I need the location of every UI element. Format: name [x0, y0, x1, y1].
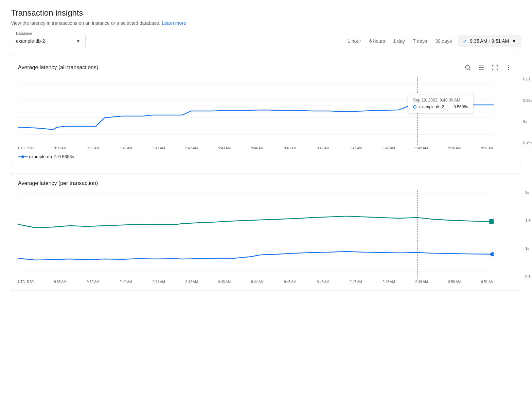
- chart1-title: Average latency (all transactions): [18, 64, 98, 71]
- svg-point-5: [508, 65, 509, 66]
- tooltip-series: example-db-2: [419, 105, 444, 109]
- x-label: 9:42 AM: [185, 146, 198, 150]
- learn-more-link[interactable]: Learn more: [162, 20, 186, 26]
- page-subtitle: View the latency in transactions on an i…: [11, 20, 521, 26]
- tooltip-row: example-db-2 0.5608s: [413, 105, 468, 109]
- tooltip-date: Sep 29, 2022, 9:48:00 AM: [413, 98, 468, 102]
- x-label: 9:40 AM: [120, 280, 132, 284]
- y-label: 0.5s: [525, 275, 532, 279]
- page-title: Transaction insights: [11, 8, 521, 18]
- x-label: 9:51 AM: [481, 280, 494, 284]
- chart1-x-labels: UTC+5:30 9:38 AM 9:39 AM 9:40 AM 9:41 AM…: [18, 146, 494, 150]
- chart1-icons: [462, 62, 514, 73]
- x-label: 9:39 AM: [87, 280, 100, 284]
- y-label: 0.6s: [523, 77, 532, 81]
- time-1day-button[interactable]: 1 day: [391, 37, 407, 45]
- chart1-svg-area: Sep 29, 2022, 9:48:00 AM example-db-2 0.…: [18, 77, 494, 145]
- x-label: 9:51 AM: [481, 146, 494, 150]
- svg-point-0: [465, 65, 469, 69]
- chart1-card: Average latency (all transactions): [11, 55, 521, 166]
- time-range-value: 9:35 AM - 9:51 AM: [470, 38, 509, 44]
- chart2-card: Average latency (per transaction): [11, 173, 521, 291]
- x-label: 9:43 AM: [218, 280, 231, 284]
- chart2-area: 2s 1.5s 1s 0.5s: [18, 190, 514, 279]
- chart1-tooltip: Sep 29, 2022, 9:48:00 AM example-db-2 0.…: [408, 94, 473, 113]
- svg-point-14: [21, 155, 24, 158]
- time-range-button[interactable]: ✓ 9:35 AM - 9:51 AM ▼: [458, 35, 521, 47]
- x-label: 9:41 AM: [153, 280, 165, 284]
- y-label: 0.45s: [523, 141, 532, 145]
- x-label: UTC+5:30: [18, 146, 34, 150]
- x-label: 9:45 AM: [284, 146, 297, 150]
- x-label: 9:38 AM: [54, 146, 67, 150]
- database-label: Database: [15, 31, 33, 35]
- x-label: 9:44 AM: [251, 146, 264, 150]
- x-label: 9:42 AM: [185, 280, 198, 284]
- x-label: 9:50 AM: [448, 146, 461, 150]
- chart1-header: Average latency (all transactions): [18, 62, 514, 73]
- y-label: 2s: [525, 190, 532, 194]
- svg-line-1: [469, 69, 471, 70]
- fullscreen-icon[interactable]: [490, 62, 500, 73]
- x-label: 9:48 AM: [383, 280, 395, 284]
- chart2-x-labels: UTC+5:30 9:38 AM 9:39 AM 9:40 AM 9:41 AM…: [18, 280, 494, 284]
- chevron-down-icon: ▼: [76, 38, 81, 44]
- chart1-y-labels: 0.6s 0.55s 5s 0.45s: [522, 77, 532, 145]
- legend-icon[interactable]: [476, 62, 487, 73]
- chart1-legend: example-db-2: 0.5608s: [18, 154, 514, 159]
- svg-point-21: [490, 252, 494, 256]
- x-label: UTC+5:30: [18, 280, 34, 284]
- x-label: 9:50 AM: [448, 280, 461, 284]
- time-6hours-button[interactable]: 6 hours: [367, 37, 387, 45]
- chart1-area: Sep 29, 2022, 9:48:00 AM example-db-2 0.…: [18, 77, 514, 145]
- y-label: 1s: [525, 246, 532, 250]
- x-label: 9:45 AM: [284, 280, 297, 284]
- y-label: 5s: [523, 119, 532, 124]
- time-7days-button[interactable]: 7 days: [411, 37, 429, 45]
- x-label: 9:38 AM: [54, 280, 67, 284]
- database-value: example-db-2: [16, 38, 45, 44]
- time-30days-button[interactable]: 30 days: [433, 37, 454, 45]
- x-label: 9:46 AM: [317, 146, 330, 150]
- chart2-svg-area: [18, 190, 494, 279]
- search-icon[interactable]: [462, 62, 473, 73]
- x-label: 9:44 AM: [251, 280, 264, 284]
- legend-label: example-db-2: 0.5608s: [29, 154, 74, 159]
- check-icon: ✓: [463, 38, 467, 44]
- x-label: 9:49 AM: [415, 280, 428, 284]
- svg-point-7: [508, 69, 509, 70]
- chart2-header: Average latency (per transaction): [18, 180, 514, 186]
- svg-rect-20: [489, 219, 494, 224]
- y-label: 1.5s: [525, 219, 532, 223]
- chevron-down-icon: ▼: [512, 38, 516, 44]
- chart2-title: Average latency (per transaction): [18, 180, 98, 186]
- database-select[interactable]: example-db-2 ▼: [11, 34, 85, 48]
- controls-row: Database example-db-2 ▼ 1 hour 6 hours 1…: [11, 34, 521, 48]
- x-label: 9:40 AM: [120, 146, 132, 150]
- time-1hour-button[interactable]: 1 hour: [345, 37, 363, 45]
- x-label: 9:41 AM: [153, 146, 165, 150]
- x-label: 9:43 AM: [218, 146, 231, 150]
- more-icon[interactable]: [503, 62, 514, 73]
- x-label: 9:49 AM: [415, 146, 428, 150]
- x-label: 9:48 AM: [383, 146, 395, 150]
- y-label: 0.55s: [523, 98, 532, 102]
- x-label: 9:47 AM: [350, 280, 362, 284]
- x-label: 9:39 AM: [87, 146, 100, 150]
- time-controls: 1 hour 6 hours 1 day 7 days 30 days ✓ 9:…: [345, 35, 521, 47]
- database-select-wrapper: Database example-db-2 ▼: [11, 34, 86, 48]
- tooltip-value: 0.5608s: [447, 105, 468, 109]
- x-label: 9:47 AM: [350, 146, 362, 150]
- legend-item: example-db-2: 0.5608s: [18, 154, 74, 159]
- chart2-y-labels: 2s 1.5s 1s 0.5s: [524, 190, 532, 279]
- tooltip-dot: [413, 105, 416, 109]
- x-label: 9:46 AM: [317, 280, 330, 284]
- svg-point-6: [508, 67, 509, 68]
